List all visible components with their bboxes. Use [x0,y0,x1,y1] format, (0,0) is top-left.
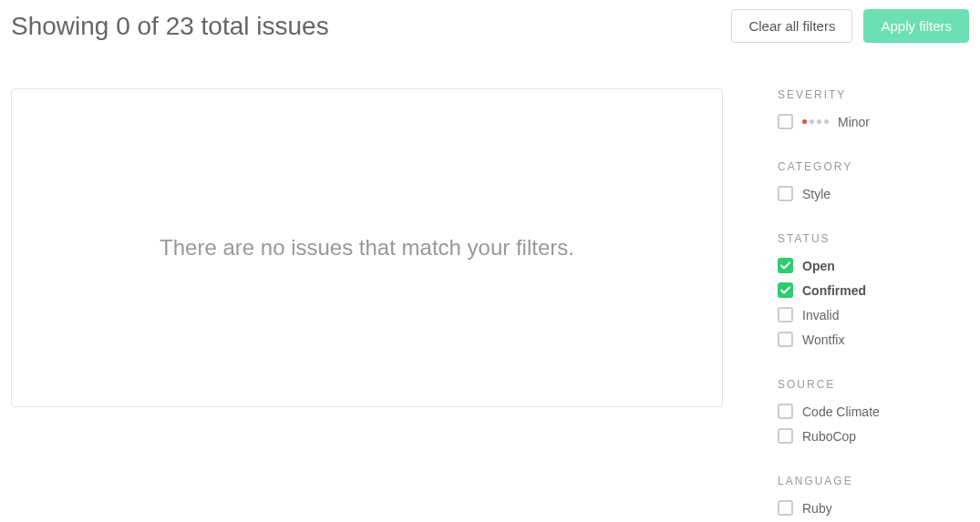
apply-filters-button[interactable]: Apply filters [863,9,969,43]
filter-heading-severity: SEVERITY [778,88,969,101]
filters-sidebar: SEVERITY Minor CATEGORY [778,88,969,522]
page-title: Showing 0 of 23 total issues [11,12,329,41]
checkbox-invalid[interactable] [778,307,793,322]
severity-dots-icon [802,119,829,124]
checkbox-style[interactable] [778,186,793,201]
filter-label-ruby: Ruby [802,501,832,516]
checkbox-code-climate[interactable] [778,404,793,419]
filter-label-rubocop: RuboCop [802,429,856,444]
filter-heading-language: LANGUAGE [778,475,969,487]
checkbox-confirmed[interactable] [778,282,793,298]
issues-panel: There are no issues that match your filt… [11,88,723,407]
filter-item-code-climate[interactable]: Code Climate [778,404,969,419]
checkbox-minor[interactable] [778,114,793,129]
filter-heading-status: STATUS [778,232,969,245]
filter-item-minor[interactable]: Minor [778,114,969,129]
checkbox-open[interactable] [778,258,793,273]
empty-message: There are no issues that match your filt… [160,235,574,261]
filter-heading-source: SOURCE [778,378,969,391]
filter-label-invalid: Invalid [802,308,839,322]
filter-label-minor: Minor [838,115,870,129]
filter-heading-category: CATEGORY [778,160,969,173]
content-row: There are no issues that match your filt… [11,88,969,522]
filter-label-wontfix: Wontfix [802,333,844,347]
header-buttons: Clear all filters Apply filters [731,9,969,43]
header-row: Showing 0 of 23 total issues Clear all f… [11,9,969,43]
checkbox-wontfix[interactable] [778,332,793,347]
filter-label-confirmed: Confirmed [802,283,866,298]
filter-label-open: Open [802,259,835,273]
filter-label-style: Style [802,187,830,201]
filter-item-invalid[interactable]: Invalid [778,307,969,322]
filter-item-wontfix[interactable]: Wontfix [778,332,969,347]
filter-group-category: CATEGORY Style [778,160,969,210]
filter-group-status: STATUS Open Confirmed [778,232,969,356]
checkbox-ruby[interactable] [778,500,793,516]
checkbox-rubocop[interactable] [778,428,793,444]
filter-label-code-climate: Code Climate [802,404,880,419]
filter-item-open[interactable]: Open [778,258,969,273]
filter-item-style[interactable]: Style [778,186,969,201]
filter-group-source: SOURCE Code Climate RuboCop [778,378,969,453]
filter-group-language: LANGUAGE Ruby Other [778,475,969,522]
filter-item-ruby[interactable]: Ruby [778,500,969,516]
filter-item-rubocop[interactable]: RuboCop [778,428,969,444]
filter-group-severity: SEVERITY Minor [778,88,969,138]
clear-filters-button[interactable]: Clear all filters [731,9,852,43]
filter-item-confirmed[interactable]: Confirmed [778,282,969,298]
